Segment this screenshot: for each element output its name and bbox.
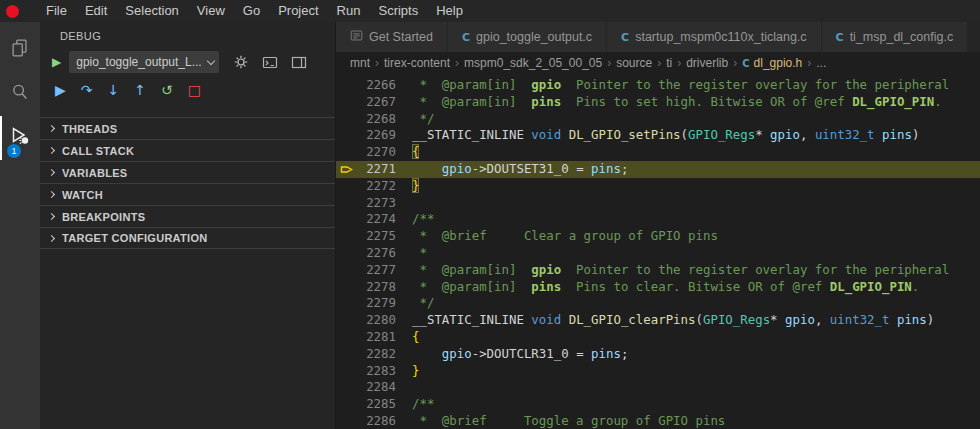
sidebar-title: DEBUG — [40, 22, 335, 47]
code-line[interactable]: 2272} — [336, 178, 980, 195]
activity-item-run-and-debug[interactable]: 1 — [0, 116, 40, 160]
line-number[interactable]: 2284 — [356, 379, 396, 396]
line-number[interactable]: 2271 — [356, 161, 396, 178]
section-threads[interactable]: THREADS — [40, 117, 335, 139]
code-line[interactable]: 2284 — [336, 379, 980, 396]
line-number[interactable]: 2269 — [356, 127, 396, 144]
menu-selection[interactable]: Selection — [116, 0, 187, 22]
section-variables[interactable]: VARIABLES — [40, 161, 335, 183]
section-call-stack[interactable]: CALL STACK — [40, 139, 335, 161]
tab-ti-msp-dl-config-c[interactable]: Cti_msp_dl_config.c — [822, 22, 969, 52]
activity-item-search[interactable] — [0, 72, 40, 116]
line-number[interactable]: 2268 — [356, 111, 396, 128]
breadcrumb-item[interactable]: driverlib — [686, 56, 728, 70]
code-line[interactable]: 2275 * @brief Clear a group of GPIO pins — [336, 228, 980, 245]
window-control-red[interactable] — [6, 5, 19, 18]
section-label: WATCH — [62, 189, 103, 201]
line-number[interactable]: 2282 — [356, 346, 396, 363]
code-line[interactable]: 2286 * @brief Toggle a group of GPIO pin… — [336, 413, 980, 429]
continue-icon[interactable]: ▶ — [55, 83, 66, 97]
line-number[interactable]: 2286 — [356, 413, 396, 429]
code-line[interactable]: 2283} — [336, 363, 980, 380]
section-watch[interactable]: WATCH — [40, 183, 335, 205]
line-number[interactable]: 2275 — [356, 228, 396, 245]
menu-view[interactable]: View — [188, 0, 234, 22]
stop-icon[interactable]: □ — [188, 83, 201, 97]
line-number[interactable]: 2285 — [356, 396, 396, 413]
menu-project[interactable]: Project — [269, 0, 327, 22]
launch-config-dropdown[interactable]: gpio_toggle_output_L... — [69, 51, 219, 73]
restart-icon[interactable]: ↺ — [161, 83, 173, 97]
line-number[interactable]: 2283 — [356, 363, 396, 380]
step-over-icon[interactable]: ↷ — [81, 83, 93, 97]
code-line[interactable]: 2277 * @param[in] gpio Pointer to the re… — [336, 262, 980, 279]
main-area: 1 DEBUG ▶ gpio_toggle_output_L... — [0, 22, 980, 429]
line-number[interactable]: 2272 — [356, 178, 396, 195]
tab-gpio-toggle-output-c[interactable]: Cgpio_toggle_output.c — [448, 22, 607, 52]
code-line[interactable]: 2274/** — [336, 211, 980, 228]
code-text: gpio->DOUTCLR31_0 = pins; — [396, 346, 628, 363]
line-number[interactable]: 2274 — [356, 211, 396, 228]
breadcrumb-item[interactable]: mnt — [350, 56, 370, 70]
code-line[interactable]: 2278 * @param[in] pins Pins to clear. Bi… — [336, 279, 980, 296]
code-text: { — [396, 329, 419, 346]
code-line[interactable]: 2268 */ — [336, 111, 980, 128]
code-text: * @param[in] pins Pins to set high. Bitw… — [396, 94, 942, 111]
debug-console-icon[interactable] — [262, 55, 278, 70]
breadcrumb-separator: › — [607, 56, 611, 70]
code-line[interactable]: 2269__STATIC_INLINE void DL_GPIO_setPins… — [336, 127, 980, 144]
section-label: TARGET CONFIGURATION — [62, 232, 208, 244]
breadcrumb-item[interactable]: source — [616, 56, 652, 70]
code-line[interactable]: 2280__STATIC_INLINE void DL_GPIO_clearPi… — [336, 312, 980, 329]
menu-help[interactable]: Help — [427, 0, 472, 22]
menu-run[interactable]: Run — [328, 0, 370, 22]
breadcrumb-item[interactable]: mspm0_sdk_2_05_00_05 — [464, 56, 602, 70]
breadcrumb-separator: › — [657, 56, 661, 70]
section-breakpoints[interactable]: BREAKPOINTS — [40, 205, 335, 227]
line-number[interactable]: 2267 — [356, 94, 396, 111]
line-number[interactable]: 2278 — [356, 279, 396, 296]
open-panel-icon[interactable] — [291, 55, 307, 70]
line-number[interactable]: 2276 — [356, 245, 396, 262]
code-line[interactable]: 2285/** — [336, 396, 980, 413]
section-label: CALL STACK — [62, 145, 134, 157]
line-number[interactable]: 2279 — [356, 295, 396, 312]
breadcrumb-item[interactable]: tirex-content — [384, 56, 450, 70]
line-number[interactable]: 2273 — [356, 195, 396, 212]
line-number[interactable]: 2266 — [356, 77, 396, 94]
code-line[interactable]: 2270{ — [336, 144, 980, 161]
start-debugging-icon[interactable]: ▶ — [52, 55, 61, 69]
line-number[interactable]: 2281 — [356, 329, 396, 346]
line-number[interactable]: 2277 — [356, 262, 396, 279]
code-line[interactable]: 2266 * @param[in] gpio Pointer to the re… — [336, 77, 980, 94]
step-into-icon[interactable]: ↓ — [108, 83, 120, 97]
menu-scripts[interactable]: Scripts — [369, 0, 427, 22]
menu-edit[interactable]: Edit — [76, 0, 116, 22]
code-line[interactable]: 2276 * — [336, 245, 980, 262]
settings-gear-icon[interactable] — [233, 54, 249, 70]
code-editor[interactable]: 2266 * @param[in] gpio Pointer to the re… — [336, 74, 980, 429]
tab-startup-mspm0c110x-ticlang-c[interactable]: Cstartup_mspm0c110x_ticlang.c — [607, 22, 821, 52]
breadcrumb-item[interactable]: Cdl_gpio.h — [742, 56, 802, 70]
line-number[interactable]: 2280 — [356, 312, 396, 329]
debug-sidebar: DEBUG ▶ gpio_toggle_output_L... — [40, 22, 336, 429]
code-line[interactable]: 2282 gpio->DOUTCLR31_0 = pins; — [336, 346, 980, 363]
step-out-icon[interactable]: ↑ — [134, 83, 146, 97]
code-line[interactable]: 2267 * @param[in] pins Pins to set high.… — [336, 94, 980, 111]
code-text: } — [396, 178, 419, 195]
line-number[interactable]: 2270 — [356, 144, 396, 161]
section-label: THREADS — [62, 123, 117, 135]
code-line[interactable]: 2279 */ — [336, 295, 980, 312]
section-target-configuration[interactable]: TARGET CONFIGURATION — [40, 227, 335, 249]
code-line[interactable]: 2273 — [336, 195, 980, 212]
editor-tab-bar: Get StartedCgpio_toggle_output.cCstartup… — [336, 22, 980, 52]
code-line[interactable]: 2281{ — [336, 329, 980, 346]
activity-item-explorer[interactable] — [0, 28, 40, 72]
code-text: /** — [396, 396, 434, 413]
code-line[interactable]: 2271 gpio->DOUTSET31_0 = pins; — [336, 161, 980, 178]
breadcrumb-item[interactable]: ... — [816, 56, 826, 70]
breadcrumb-item[interactable]: ti — [666, 56, 672, 70]
tab-get-started[interactable]: Get Started — [336, 22, 448, 52]
menu-go[interactable]: Go — [234, 0, 269, 22]
menu-file[interactable]: File — [37, 0, 76, 22]
